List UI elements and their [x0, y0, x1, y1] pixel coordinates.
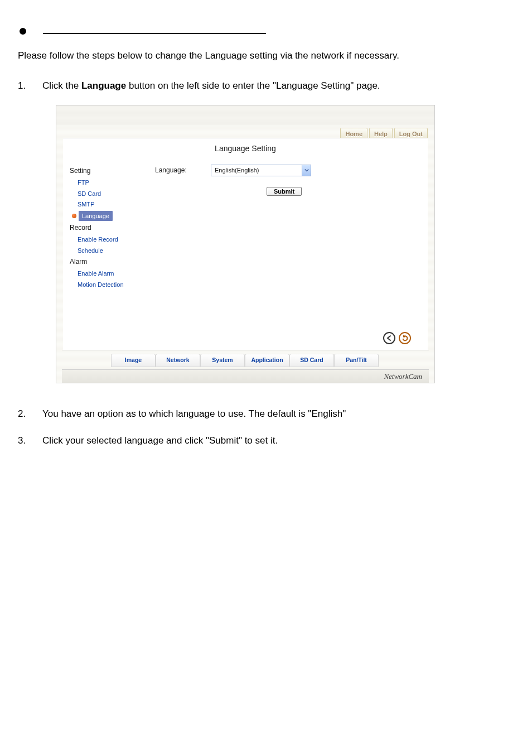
tab-system[interactable]: System [200, 354, 245, 367]
intro-text: Please follow the steps below to change … [18, 49, 515, 63]
sidebar-heading-alarm: Alarm [70, 257, 155, 267]
sidebar-item-schedule[interactable]: Schedule [78, 246, 155, 256]
chevron-down-icon [302, 165, 311, 176]
step-1-post: button on the left side to enter the "La… [126, 80, 380, 91]
sidebar-item-enable-record[interactable]: Enable Record [78, 235, 155, 244]
underline-placeholder [43, 33, 266, 34]
sidebar-item-language-label: Language [79, 211, 113, 221]
tab-pantilt[interactable]: Pan/Tilt [334, 354, 379, 367]
step-3-body: Click your selected language and click "… [42, 434, 515, 448]
active-orb-icon [72, 214, 76, 218]
sidebar-item-motion[interactable]: Motion Detection [78, 280, 155, 290]
screenshot-top-shade [56, 105, 434, 126]
sidebar-item-sdcard[interactable]: SD Card [78, 189, 155, 199]
main-form-area: Language: English(English) Submit [155, 165, 428, 291]
corner-icon-group [383, 332, 411, 344]
tab-network[interactable]: Network [156, 354, 200, 367]
bullet-icon [20, 28, 26, 35]
sidebar-heading-setting: Setting [70, 166, 155, 176]
step-1-body: Click the Language button on the left si… [42, 79, 515, 93]
step-3: 3. Click your selected language and clic… [18, 434, 515, 448]
step-2-body: You have an option as to which language … [42, 407, 515, 421]
tab-application[interactable]: Application [245, 354, 289, 367]
step-1-bold: Language [81, 80, 126, 91]
step-1: 1. Click the Language button on the left… [18, 79, 515, 93]
heading-bullet-row [17, 28, 515, 35]
step-2: 2. You have an option as to which langua… [18, 407, 515, 421]
footer-brand: NetworkCam [62, 369, 429, 383]
step-1-number: 1. [18, 79, 42, 93]
sidebar-menu: Setting FTP SD Card SMTP Language Record… [63, 165, 155, 291]
sidebar-item-language[interactable]: Language [72, 211, 155, 221]
step-2-number: 2. [18, 407, 42, 421]
bottom-tab-bar: Image Network System Application SD Card… [62, 350, 429, 369]
language-select[interactable]: English(English) [211, 165, 311, 176]
language-field-label: Language: [155, 165, 194, 175]
panel-title: Language Setting [63, 143, 428, 155]
step-1-pre: Click the [42, 80, 81, 91]
step-3-number: 3. [18, 434, 42, 448]
back-icon[interactable] [383, 332, 395, 344]
sidebar-item-smtp[interactable]: SMTP [78, 200, 155, 209]
refresh-icon[interactable] [399, 332, 411, 344]
submit-button[interactable]: Submit [267, 187, 302, 196]
language-select-value: English(English) [211, 165, 302, 176]
tab-sdcard[interactable]: SD Card [289, 354, 334, 367]
tab-image[interactable]: Image [111, 354, 156, 367]
screenshot-panel: Home Help Log Out Language Setting Setti… [56, 105, 435, 383]
sidebar-item-enable-alarm[interactable]: Enable Alarm [78, 269, 155, 278]
sidebar-heading-record: Record [70, 223, 155, 233]
sidebar-item-ftp[interactable]: FTP [78, 178, 155, 187]
